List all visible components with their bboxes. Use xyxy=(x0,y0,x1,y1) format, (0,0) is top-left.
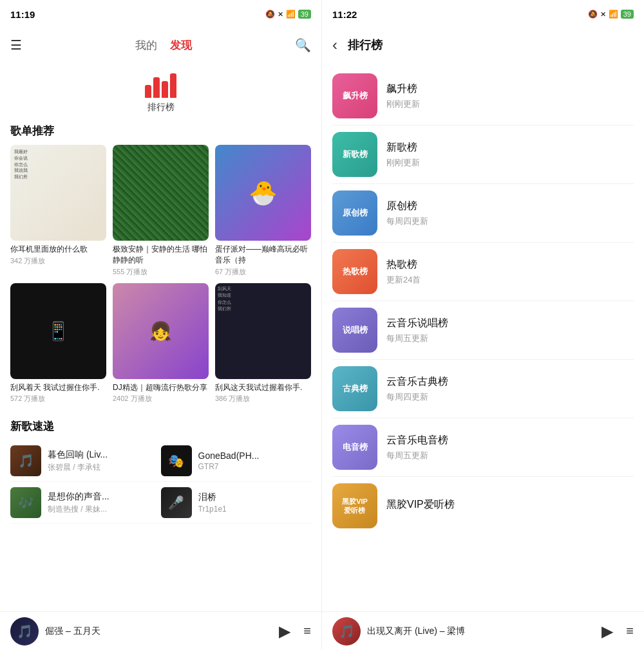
new-song-thumb-3: 🎶 xyxy=(10,487,41,518)
playlist-thumb-2 xyxy=(113,145,209,241)
playlist-plays-4: 572 万播放 xyxy=(10,394,106,404)
new-song-info-3: 是想你的声音... 制造热搜 / 果妹... xyxy=(48,491,161,515)
chart-list-item[interactable]: 新歌榜 新歌榜 刚刚更新 xyxy=(332,125,634,184)
chart-name-3: 热歌榜 xyxy=(386,258,634,272)
chart-update-4: 每周五更新 xyxy=(386,333,634,344)
left-bottom-player: 🎵 倔强 – 五月天 ▶ ≡ xyxy=(0,611,321,650)
chart-info-3: 热歌榜 更新24首 xyxy=(386,258,634,286)
playlist-name-4: 刮风着天 我试过握住你手. xyxy=(10,382,106,393)
close-icon: ✕ xyxy=(278,10,283,19)
chart-list-item[interactable]: 古典榜 云音乐古典榜 每周四更新 xyxy=(332,360,634,418)
new-song-item[interactable]: 🎶 是想你的声音... 制造热搜 / 果妹... xyxy=(10,482,161,524)
right-play-button[interactable]: ▶ xyxy=(601,622,613,640)
badge-label: 说唱榜 xyxy=(343,324,368,336)
new-song-artist-4: Tr1p1e1 xyxy=(198,505,312,514)
playlist-name-3: 蛋仔派对——巅峰高玩必听音乐（持 xyxy=(215,244,311,266)
chart-update-2: 每周四更新 xyxy=(386,216,634,227)
new-song-thumb-2: 🎭 xyxy=(161,445,192,476)
playlist-grid: 我最好你会说你怎么我说我我们所 你耳机里面放的什么歌 342 万播放 极致安静｜… xyxy=(0,145,321,414)
chart-info-7: 黑胶VIP爱听榜 xyxy=(386,498,634,514)
new-song-item[interactable]: 🎵 暮色回响 (Liv... 张碧晨 / 李承铉 xyxy=(10,440,161,482)
right-nav-bar: ‹ 排行榜 xyxy=(322,28,644,62)
playlist-section-title: 歌单推荐 xyxy=(0,118,321,145)
new-song-artist-1: 张碧晨 / 李承铉 xyxy=(48,462,161,473)
playlist-plays-3: 67 万播放 xyxy=(215,267,311,277)
chart-list-item[interactable]: 说唱榜 云音乐说唱榜 每周五更新 xyxy=(332,301,634,360)
chart-badge-heijiao: 黑胶VIP爱听榜 xyxy=(332,483,377,528)
back-button[interactable]: ‹ xyxy=(332,36,337,54)
right-player-title: 出现又离开 (Live) – 梁博 xyxy=(367,626,595,637)
right-wifi-icon: 📶 xyxy=(609,10,618,19)
right-close-icon: ✕ xyxy=(600,10,606,19)
chart-badge-xinge: 新歌榜 xyxy=(332,132,377,177)
left-panel: 11:19 🔕 ✕ 📶 39 ☰ 我的 发现 🔍 排行榜 歌单推荐 xyxy=(0,0,322,650)
bar1 xyxy=(145,85,151,98)
badge-label: 飙升榜 xyxy=(343,90,368,102)
chart-list-item[interactable]: 黑胶VIP爱听榜 黑胶VIP爱听榜 xyxy=(332,477,634,535)
badge-label: 新歌榜 xyxy=(343,149,368,160)
tab-my[interactable]: 我的 xyxy=(135,38,157,53)
badge-label: 电音榜 xyxy=(343,441,368,453)
badge-label: 原创榜 xyxy=(343,207,368,219)
signal-icon: 🔕 xyxy=(265,10,275,19)
playlist-item[interactable]: 🐣 蛋仔派对——巅峰高玩必听音乐（持 67 万播放 xyxy=(215,145,311,277)
new-song-info-1: 暮色回响 (Liv... 张碧晨 / 李承铉 xyxy=(48,449,161,473)
left-play-button[interactable]: ▶ xyxy=(279,622,290,640)
chart-update-6: 每周五更新 xyxy=(386,450,634,461)
playlist-thumb-5: 👧 xyxy=(113,283,209,379)
chart-list: 飙升榜 飙升榜 刚刚更新 新歌榜 新歌榜 刚刚更新 原创榜 原创榜 每周 xyxy=(322,62,644,611)
chart-name-4: 云音乐说唱榜 xyxy=(386,317,634,330)
left-player-info: 倔强 – 五月天 xyxy=(45,626,272,637)
right-battery-icon: 39 xyxy=(621,10,634,19)
search-icon[interactable]: 🔍 xyxy=(295,37,311,53)
chart-label: 排行榜 xyxy=(147,102,175,113)
chart-list-item[interactable]: 电音榜 云音乐电音榜 每周五更新 xyxy=(332,418,634,477)
playlist-item[interactable]: 刮风天 我知道 你怎么 我们所 刮风这天我试过握着你手. 386 万播放 xyxy=(215,283,311,404)
right-player-info: 出现又离开 (Live) – 梁博 xyxy=(367,626,595,637)
chart-badge-gudian: 古典榜 xyxy=(332,366,377,411)
playlist-item[interactable]: 极致安静｜安静的生活 哪怕静静的听 555 万播放 xyxy=(113,145,209,277)
new-song-thumb-4: 🎤 xyxy=(161,487,192,518)
new-song-artist-3: 制造热搜 / 果妹... xyxy=(48,504,161,515)
bar3 xyxy=(162,81,168,98)
playlist-thumb-3: 🐣 xyxy=(215,145,311,241)
left-status-time: 11:19 xyxy=(10,9,35,20)
new-song-title-4: 泪桥 xyxy=(198,492,312,503)
chart-update-3: 更新24首 xyxy=(386,274,634,286)
wifi-icon: 📶 xyxy=(286,10,296,19)
right-player-thumb: 🎵 xyxy=(332,617,361,645)
chart-icon-area: 排行榜 xyxy=(0,62,321,118)
new-song-item[interactable]: 🎭 GoneBad(PH... GTR7 xyxy=(161,440,312,482)
playlist-item[interactable]: 我最好你会说你怎么我说我我们所 你耳机里面放的什么歌 342 万播放 xyxy=(10,145,106,277)
playlist-thumb-6: 刮风天 我知道 你怎么 我们所 xyxy=(215,283,311,379)
left-status-bar: 11:19 🔕 ✕ 📶 39 xyxy=(0,0,321,28)
new-song-thumb-1: 🎵 xyxy=(10,445,41,476)
playlist-item[interactable]: 👧 DJ精选｜超嗨流行热歌分享 2402 万播放 xyxy=(113,283,209,404)
right-page-title: 排行榜 xyxy=(348,37,383,53)
playlist-item[interactable]: 📱 刮风着天 我试过握住你手. 572 万播放 xyxy=(10,283,106,404)
chart-badge-yuanchuang: 原创榜 xyxy=(332,190,377,236)
chart-name-5: 云音乐古典榜 xyxy=(386,375,634,389)
left-playlist-button[interactable]: ≡ xyxy=(303,624,311,638)
new-songs-title: 新歌速递 xyxy=(0,414,321,440)
right-status-time: 11:22 xyxy=(332,9,357,20)
chart-info-4: 云音乐说唱榜 每周五更新 xyxy=(386,317,634,344)
left-player-thumb: 🎵 xyxy=(10,617,39,645)
new-song-item[interactable]: 🎤 泪桥 Tr1p1e1 xyxy=(161,482,312,524)
left-nav-bar: ☰ 我的 发现 🔍 xyxy=(0,28,321,62)
menu-icon[interactable]: ☰ xyxy=(10,37,22,53)
tab-discover[interactable]: 发现 xyxy=(170,38,192,53)
chart-bars-icon xyxy=(145,72,176,98)
right-panel: 11:22 🔕 ✕ 📶 39 ‹ 排行榜 飙升榜 飙升榜 刚刚更新 新歌榜 xyxy=(322,0,644,650)
right-bottom-player: 🎵 出现又离开 (Live) – 梁博 ▶ ≡ xyxy=(322,611,644,650)
playlist-plays-6: 386 万播放 xyxy=(215,394,311,404)
right-playlist-button[interactable]: ≡ xyxy=(626,624,634,638)
chart-list-item[interactable]: 热歌榜 热歌榜 更新24首 xyxy=(332,243,634,301)
chart-badge-piaosheng: 飙升榜 xyxy=(332,73,377,118)
playlist-name-2: 极致安静｜安静的生活 哪怕静静的听 xyxy=(113,244,209,266)
chart-info-1: 新歌榜 刚刚更新 xyxy=(386,141,634,169)
chart-list-item[interactable]: 原创榜 原创榜 每周四更新 xyxy=(332,184,634,243)
chart-name-2: 原创榜 xyxy=(386,200,634,213)
chart-list-item[interactable]: 飙升榜 飙升榜 刚刚更新 xyxy=(332,67,634,125)
chart-info-2: 原创榜 每周四更新 xyxy=(386,200,634,227)
